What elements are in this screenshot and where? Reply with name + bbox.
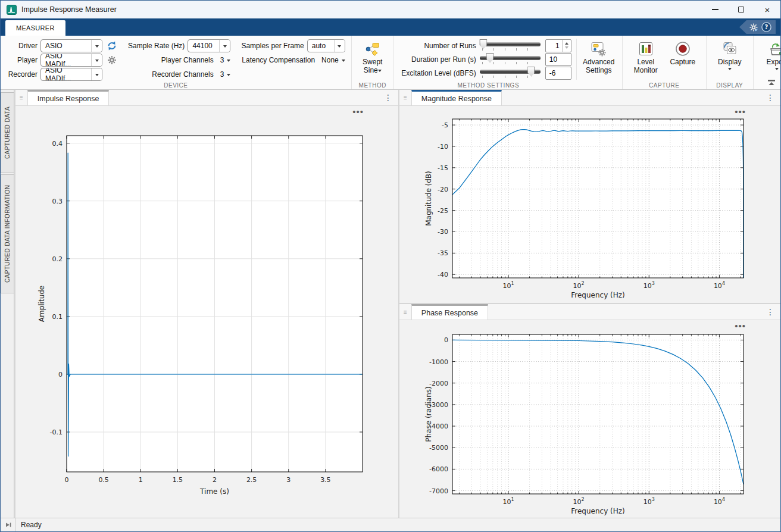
minimize-button[interactable] [702, 1, 728, 18]
samples-per-frame-label: Samples per Frame [241, 42, 304, 50]
svg-text:-10: -10 [438, 143, 448, 151]
display-button[interactable]: Display [713, 39, 747, 72]
tab-captured-data[interactable]: CAPTURED DATA [1, 92, 14, 173]
panel-menu-icon[interactable]: ≡ [404, 309, 407, 315]
device-settings-gear-icon[interactable] [107, 55, 117, 65]
expand-panel-button[interactable] [1, 518, 16, 531]
tab-captured-data-information[interactable]: CAPTURED DATA INFORMATION [1, 174, 14, 293]
axes-toolbar-icon[interactable]: ••• [735, 321, 746, 330]
magnitude-panel-header: ≡ Magnitude Response ⋮ [399, 90, 780, 106]
recorder-label: Recorder [7, 70, 38, 79]
collapse-toolstrip-button[interactable] [766, 79, 777, 87]
sample-rate-combo[interactable]: 44100 [188, 39, 230, 52]
driver-label: Driver [7, 42, 38, 50]
svg-text:0: 0 [58, 371, 63, 378]
title-bar: Impulse Response Measurer × [1, 1, 780, 18]
panel-menu-icon[interactable]: ≡ [404, 95, 407, 101]
section-label-capture: CAPTURE [623, 82, 706, 89]
axes-toolbar-icon[interactable]: ••• [352, 107, 364, 116]
spinner-down-icon [565, 46, 568, 51]
svg-text:104: 104 [714, 497, 725, 506]
player-channels-label: Player Channels [161, 56, 214, 64]
quick-access-toolbar: ? [739, 20, 776, 34]
phase-response-plot[interactable]: 1011021031040-1000-2000-3000-4000-5000-6… [399, 320, 780, 518]
left-panel-rail: CAPTURED DATA CAPTURED DATA INFORMATION [1, 90, 14, 518]
chevron-down-icon [91, 68, 102, 80]
tab-phase-response[interactable]: Phase Response [411, 304, 488, 320]
svg-text:101: 101 [502, 281, 514, 290]
svg-text:-15: -15 [438, 164, 448, 172]
section-method: Swept Sine METHOD [352, 36, 394, 89]
chevron-down-icon [728, 68, 732, 72]
phase-panel-header: ≡ Phase Response ⋮ [399, 304, 780, 320]
spinner-buttons[interactable] [562, 40, 571, 52]
export-button[interactable]: Export [760, 39, 781, 72]
minimize-icon [712, 9, 718, 10]
level-monitor-button[interactable]: Level Monitor [629, 39, 663, 75]
number-of-runs-field[interactable]: 1 [545, 39, 571, 52]
duration-per-run-field[interactable]: 10 [545, 53, 571, 66]
advanced-settings-button[interactable]: Advanced Settings [582, 39, 616, 75]
svg-text:102: 102 [573, 497, 585, 506]
app-icon [7, 5, 17, 15]
svg-text:-40: -40 [438, 271, 448, 278]
number-of-runs-slider[interactable] [480, 39, 541, 52]
chevron-down-icon [227, 60, 230, 64]
toolstrip: Driver ASIO Player ASIO MADIf... [1, 36, 780, 90]
duration-per-run-slider[interactable] [480, 53, 541, 66]
svg-text:1: 1 [139, 476, 143, 484]
svg-text:-35: -35 [438, 249, 448, 257]
tab-measurer[interactable]: MEASURER [5, 20, 65, 36]
magnitude-response-plot[interactable]: 101102103104-40-35-30-25-20-15-10-5Frequ… [399, 106, 780, 303]
player-channels-dropdown[interactable]: 3 [220, 56, 231, 64]
excitation-level-slider[interactable] [480, 67, 541, 80]
svg-text:-25: -25 [438, 207, 448, 215]
kebab-menu-icon[interactable]: ⋮ [766, 93, 774, 102]
level-monitor-icon [638, 41, 654, 57]
excitation-level-label: Excitation Level (dBFS) [400, 69, 476, 77]
recorder-dropdown[interactable]: ASIO MADIf... [40, 68, 102, 81]
svg-text:Phase (radians): Phase (radians) [424, 386, 433, 442]
chevron-down-icon [91, 40, 102, 52]
kebab-menu-icon[interactable]: ⋮ [384, 93, 392, 102]
axes-toolbar-icon[interactable]: ••• [735, 107, 746, 116]
svg-text:Frequency (Hz): Frequency (Hz) [571, 291, 625, 299]
main-area: CAPTURED DATA CAPTURED DATA INFORMATION … [1, 90, 780, 518]
ribbon-tab-band: MEASURER ? [1, 18, 780, 36]
phase-response-panel: ≡ Phase Response ⋮ ••• 1011021031040-100… [399, 304, 780, 518]
maximize-button[interactable] [728, 1, 754, 18]
svg-text:-1000: -1000 [429, 358, 448, 366]
export-icon [768, 41, 781, 57]
window-controls: × [702, 1, 780, 18]
section-label-device: DEVICE [1, 82, 351, 89]
section-display: Display DISPLAY [707, 36, 754, 89]
impulse-response-plot[interactable]: 00.511.522.533.5-0.100.10.20.30.4Time (s… [15, 106, 398, 518]
close-button[interactable]: × [754, 1, 780, 18]
swept-sine-button[interactable]: Swept Sine [355, 39, 390, 75]
svg-text:?: ? [765, 24, 768, 30]
svg-text:Frequency (Hz): Frequency (Hz) [571, 507, 625, 515]
kebab-menu-icon[interactable]: ⋮ [766, 308, 774, 316]
svg-text:0: 0 [65, 476, 69, 484]
magnitude-plot-area: ••• 101102103104-40-35-30-25-20-15-10-5F… [399, 106, 780, 303]
expand-right-icon [5, 521, 12, 528]
tab-magnitude-response[interactable]: Magnitude Response [411, 90, 502, 105]
player-dropdown[interactable]: ASIO MADIf... [40, 54, 102, 67]
help-icon[interactable]: ? [761, 22, 771, 32]
svg-text:-20: -20 [438, 186, 448, 193]
preferences-icon[interactable] [749, 23, 758, 32]
latency-compensation-dropdown[interactable]: None [321, 56, 345, 64]
driver-dropdown[interactable]: ASIO [40, 39, 102, 52]
svg-text:3: 3 [286, 476, 290, 484]
capture-button[interactable]: Capture [666, 39, 700, 66]
excitation-level-field[interactable]: -6 [545, 67, 571, 80]
panel-menu-icon[interactable]: ≡ [20, 95, 23, 101]
samples-per-frame-combo[interactable]: auto [307, 39, 345, 52]
tab-impulse-response[interactable]: Impulse Response [27, 90, 110, 105]
svg-text:0: 0 [444, 336, 448, 344]
section-capture: Level Monitor Capture CAPTURE [623, 36, 707, 89]
refresh-devices-icon[interactable] [107, 40, 117, 51]
right-column: ≡ Magnitude Response ⋮ ••• 101102103104-… [399, 90, 780, 518]
chevron-down-icon [342, 60, 345, 64]
recorder-channels-dropdown[interactable]: 3 [220, 70, 231, 79]
